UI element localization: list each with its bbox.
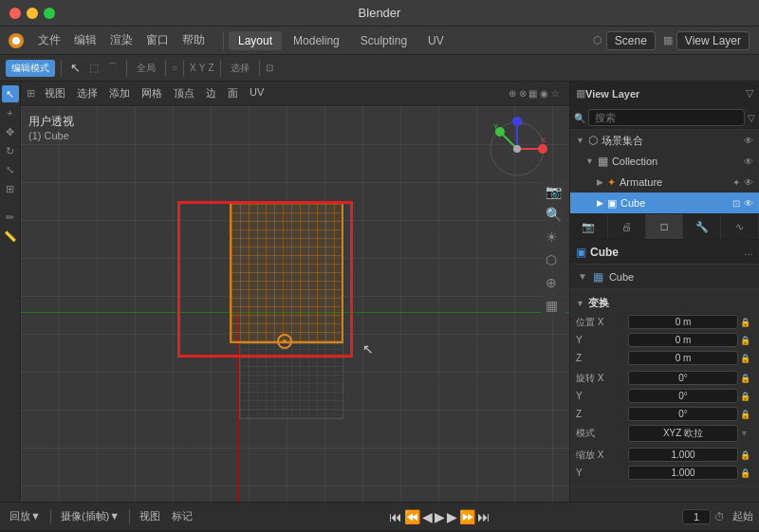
outliner-filter-icon[interactable]: ▽ (748, 113, 755, 123)
menu-window[interactable]: 窗口 (140, 30, 175, 50)
rotation-y-lock-icon[interactable]: 🔒 (740, 392, 753, 401)
vp-menu-mesh[interactable]: 网格 (138, 85, 166, 101)
viewport-canvas[interactable]: 用户透视 (1) Cube X Y Z (21, 106, 569, 502)
render-props-icon[interactable]: 📷 (570, 214, 608, 239)
annotate-tool-sidebar[interactable]: ✏ (2, 209, 19, 226)
rotation-mode-value[interactable]: XYZ 欧拉 (628, 425, 738, 442)
cube-modifier-icon[interactable]: ⊡ (732, 198, 740, 209)
viewport[interactable]: ⊞ 视图 选择 添加 网格 顶点 边 面 UV ⊕ ⊗ ▦ ◉ ☆ (21, 82, 569, 502)
prev-keyframe-button[interactable]: ⏪ (404, 509, 420, 524)
wireframe-icon[interactable]: ▦ (542, 296, 565, 315)
scene-selector[interactable]: Scene (606, 31, 656, 50)
scale-y-lock-icon[interactable]: 🔒 (740, 468, 753, 478)
x-axis-icon[interactable]: X (190, 63, 196, 73)
menu-help[interactable]: 帮助 (176, 30, 211, 50)
y-axis-icon[interactable]: Y (199, 63, 206, 73)
move-tool-sidebar[interactable]: ✥ (2, 123, 19, 140)
cube-visibility[interactable]: 👁 (744, 198, 753, 209)
rotation-z-value[interactable]: 0° (628, 407, 738, 421)
jump-end-button[interactable]: ⏭ (477, 509, 491, 524)
viewport-menu-icon[interactable]: ⊞ (27, 87, 35, 100)
rotation-y-value[interactable]: 0° (628, 389, 738, 403)
current-frame[interactable]: 1 (682, 509, 711, 524)
transform-tool-sidebar[interactable]: ⊞ (2, 180, 19, 197)
zoom-icon[interactable]: 🔍 (542, 205, 565, 224)
position-x-value[interactable]: 0 m (628, 315, 738, 329)
scale-x-lock-icon[interactable]: 🔒 (740, 450, 753, 460)
playback-item-1[interactable]: 摄像(插帧)▼ (57, 508, 123, 524)
play-button[interactable]: ▶ (435, 509, 445, 524)
playback-item-0[interactable]: 回放▼ (6, 508, 45, 524)
object-props-icon[interactable]: □ (646, 214, 684, 239)
close-button[interactable] (9, 8, 21, 19)
light-icon[interactable]: ☀ (542, 228, 565, 247)
collection-visibility[interactable]: 👁 (744, 156, 753, 167)
jump-start-button[interactable]: ⏮ (389, 509, 402, 524)
menu-edit[interactable]: 编辑 (68, 30, 102, 50)
navigation-gizmo[interactable]: X Y Z (484, 116, 550, 182)
select-label[interactable]: 选择 (227, 61, 253, 76)
vp-menu-uv[interactable]: UV (246, 85, 268, 101)
rotate-tool-sidebar[interactable]: ↻ (2, 142, 19, 159)
mesh-expand-icon[interactable]: ▼ (578, 271, 587, 282)
rotation-mode-chevron[interactable]: ▼ (740, 429, 753, 438)
next-keyframe-button[interactable]: ⏩ (459, 509, 475, 524)
menu-file[interactable]: 文件 (32, 30, 66, 50)
particles-props-icon[interactable]: ∿ (721, 214, 759, 239)
position-z-value[interactable]: 0 m (628, 351, 738, 365)
vp-menu-select[interactable]: 选择 (73, 85, 102, 101)
tab-modeling[interactable]: Modeling (284, 31, 349, 50)
scene-collection-visibility[interactable]: 👁 (744, 136, 753, 146)
overlay-icon[interactable]: ⊕ (542, 273, 565, 292)
snap-icon[interactable]: ⊡ (266, 63, 273, 73)
position-x-lock-icon[interactable]: 🔒 (740, 318, 753, 327)
proportional-icon[interactable]: ○ (172, 63, 177, 73)
minimize-button[interactable] (27, 8, 38, 19)
tab-sculpting[interactable]: Sculpting (351, 31, 417, 50)
maximize-button[interactable] (44, 8, 55, 19)
vp-menu-edge[interactable]: 边 (202, 85, 220, 101)
properties-options-icon[interactable]: … (744, 247, 753, 257)
vp-menu-face[interactable]: 面 (224, 85, 242, 101)
playback-item-3[interactable]: 标记 (168, 508, 196, 524)
scale-x-value[interactable]: 1.000 (628, 448, 738, 462)
position-y-lock-icon[interactable]: 🔒 (740, 336, 753, 345)
outliner-item-collection[interactable]: ▼ ▦ Collection 👁 (570, 151, 759, 172)
view-layer-selector[interactable]: View Layer (676, 31, 750, 50)
outliner-item-cube[interactable]: ▶ ▣ Cube ⊡ 👁 (570, 193, 759, 213)
transform-header[interactable]: ▼ 变换 (576, 293, 753, 313)
vp-menu-add[interactable]: 添加 (105, 85, 134, 101)
prev-frame-button[interactable]: ◀ (422, 509, 433, 524)
rotation-x-value[interactable]: 0° (628, 371, 738, 385)
vp-menu-view[interactable]: 视图 (41, 85, 69, 101)
panel-filter-icon[interactable]: ▽ (746, 87, 753, 100)
outliner-item-armature[interactable]: ▶ ✦ Armature ✦ 👁 (570, 172, 759, 193)
next-frame-button[interactable]: ▶ (447, 509, 457, 524)
playback-item-2[interactable]: 视图 (136, 508, 164, 524)
full-view-icon[interactable]: 全局 (133, 61, 159, 76)
rotation-x-lock-icon[interactable]: 🔒 (740, 374, 753, 383)
armature-visibility[interactable]: 👁 (744, 177, 753, 188)
position-z-lock-icon[interactable]: 🔒 (740, 354, 753, 363)
scale-tool-sidebar[interactable]: ⤡ (2, 161, 19, 178)
mode-selector[interactable]: 编辑模式 (6, 60, 55, 77)
lasso-select-icon[interactable]: ⌒ (104, 60, 120, 76)
armature-pose-icon[interactable]: ✦ (732, 177, 740, 188)
outliner-item-scene-collection[interactable]: ▼ ⬡ 场景集合 👁 (570, 130, 759, 151)
tab-layout[interactable]: Layout (229, 31, 282, 50)
box-select-icon[interactable]: ⬚ (86, 61, 102, 75)
cursor-tool-sidebar[interactable]: + (2, 104, 19, 121)
camera-icon[interactable]: 📷 (542, 182, 565, 201)
tab-uv[interactable]: UV (418, 31, 454, 50)
z-axis-icon[interactable]: Z (208, 63, 213, 73)
measure-tool-sidebar[interactable]: 📏 (2, 228, 19, 245)
menu-render[interactable]: 渲染 (104, 30, 139, 50)
outliner-search-input[interactable] (588, 109, 745, 126)
output-props-icon[interactable]: 🖨 (608, 214, 646, 239)
position-y-value[interactable]: 0 m (628, 333, 738, 347)
vp-menu-vertex[interactable]: 顶点 (170, 85, 198, 101)
scale-y-value[interactable]: 1.000 (628, 466, 738, 480)
select-tool-icon[interactable]: ↖ (67, 60, 83, 76)
select-tool-sidebar[interactable]: ↖ (2, 85, 19, 102)
rotation-z-lock-icon[interactable]: 🔒 (740, 410, 753, 419)
